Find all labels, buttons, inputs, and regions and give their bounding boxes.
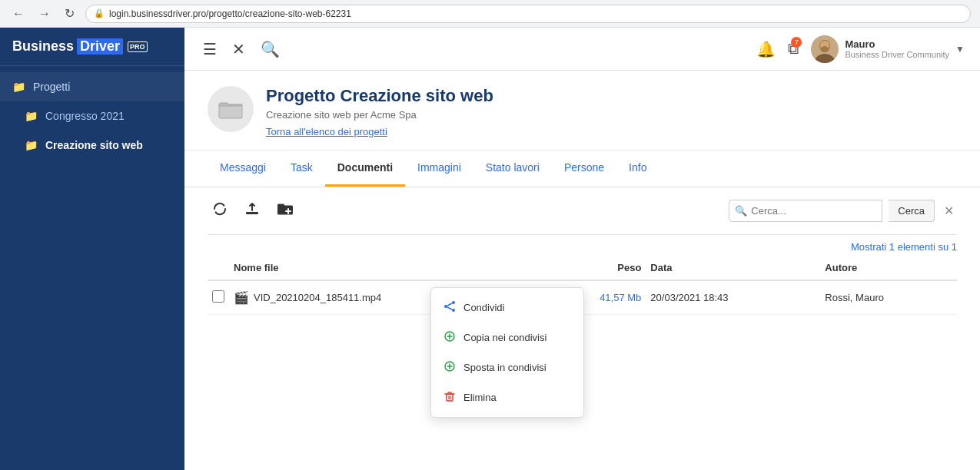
- window-icon[interactable]: ⧉ 7: [788, 40, 799, 58]
- svg-point-11: [444, 305, 447, 308]
- svg-rect-5: [219, 104, 242, 118]
- search-area: 🔍 Cerca ✕: [729, 200, 957, 222]
- project-title: Progetto Creazione sito web: [266, 86, 493, 106]
- sidebar: Business Driver PRO 📁 Progetti 📁 Congres…: [0, 28, 184, 470]
- back-button[interactable]: ←: [9, 5, 28, 22]
- lock-icon: 🔒: [94, 8, 105, 18]
- context-elimina-label: Elimina: [463, 392, 497, 403]
- project-icon: [208, 86, 254, 132]
- address-bar: 🔒 login.businessdriver.pro/progetto/crea…: [85, 5, 971, 23]
- sidebar-nav: 📁 Progetti 📁 Congresso 2021 📁 Creazione …: [0, 66, 184, 160]
- new-folder-button[interactable]: [272, 198, 298, 223]
- forward-button[interactable]: →: [35, 5, 54, 22]
- user-community: Business Driver Community: [845, 50, 949, 59]
- svg-rect-6: [246, 212, 258, 214]
- file-name[interactable]: VID_20210204_185411.mp4: [254, 292, 381, 303]
- tabs-bar: Messaggi Task Documenti Immagini Stato l…: [184, 151, 980, 187]
- file-list-area: Mostrati 1 elementi su 1 Nome file Peso …: [184, 235, 980, 470]
- tab-info[interactable]: Info: [616, 151, 659, 187]
- url-text: login.businessdriver.pro/progetto/creazi…: [109, 8, 351, 19]
- col-nome-header: Nome file: [229, 256, 544, 280]
- project-header: Progetto Creazione sito web Creazione si…: [184, 71, 980, 151]
- svg-line-13: [447, 307, 452, 309]
- sidebar-item-creazione-sito[interactable]: 📁 Creazione sito web: [0, 131, 184, 160]
- tab-immagini[interactable]: Immagini: [405, 151, 473, 187]
- move-icon: [443, 360, 456, 375]
- context-menu-sposta[interactable]: Sposta in condivisi: [431, 352, 583, 382]
- tab-documenti[interactable]: Documenti: [325, 151, 405, 187]
- col-data-header: Data: [646, 256, 820, 280]
- search-icon-inner: 🔍: [735, 205, 747, 217]
- project-info: Progetto Creazione sito web Creazione si…: [266, 86, 493, 137]
- logo-business: Business: [12, 38, 74, 55]
- folder-icon-congresso: 📁: [25, 110, 38, 122]
- context-copia-label: Copia nei condivisi: [463, 332, 546, 343]
- col-autore-header: Autore: [820, 256, 957, 280]
- app-shell: Business Driver PRO 📁 Progetti 📁 Congres…: [0, 28, 980, 470]
- share-icon: [443, 300, 456, 315]
- chevron-down-icon: ▼: [955, 44, 965, 55]
- context-sposta-label: Sposta in condivisi: [463, 362, 546, 373]
- browser-bar: ← → ↻ 🔒 login.businessdriver.pro/progett…: [0, 0, 980, 28]
- sidebar-item-creazione-label: Creazione sito web: [45, 139, 143, 151]
- project-subtitle: Creazione sito web per Acme Spa: [266, 109, 493, 121]
- user-info[interactable]: Mauro Business Driver Community ▼: [811, 35, 965, 63]
- folder-icon-creazione: 📁: [25, 139, 38, 151]
- reload-button[interactable]: ↻: [61, 5, 78, 22]
- avatar: [811, 35, 839, 63]
- clear-search-button[interactable]: ✕: [941, 204, 957, 218]
- user-text: Mauro Business Driver Community: [845, 38, 949, 59]
- file-type-icon: 🎬: [234, 290, 249, 305]
- navbar-left: ☰ ✕ 🔍: [200, 37, 283, 61]
- sidebar-item-progetti[interactable]: 📁 Progetti: [0, 72, 184, 101]
- upload-button[interactable]: [240, 198, 264, 223]
- elements-count: Mostrati 1 elementi su 1: [208, 235, 957, 256]
- logo-driver: Driver: [77, 38, 123, 55]
- user-name: Mauro: [845, 38, 949, 50]
- search-input[interactable]: [729, 200, 882, 222]
- context-menu-elimina[interactable]: Elimina: [431, 382, 583, 412]
- doc-toolbar: 🔍 Cerca ✕: [184, 187, 980, 234]
- logo: Business Driver PRO: [0, 28, 184, 66]
- tab-messaggi[interactable]: Messaggi: [208, 151, 278, 187]
- bell-icon[interactable]: 🔔: [756, 40, 776, 58]
- window-badge: 7: [791, 37, 802, 48]
- search-cerca-button[interactable]: Cerca: [889, 200, 935, 222]
- logo-pro: PRO: [128, 41, 148, 52]
- svg-point-4: [821, 46, 829, 52]
- back-link[interactable]: Torna all'elenco dei progetti: [266, 126, 387, 137]
- tab-stato-lavori[interactable]: Stato lavori: [473, 151, 552, 187]
- search-button[interactable]: 🔍: [257, 37, 283, 61]
- svg-point-10: [452, 309, 455, 312]
- file-checkbox[interactable]: [212, 290, 224, 303]
- svg-rect-20: [447, 394, 453, 401]
- sidebar-item-congresso-label: Congresso 2021: [45, 110, 125, 122]
- context-menu-condividi[interactable]: Condividi: [431, 293, 583, 323]
- main-content: ☰ ✕ 🔍 🔔 ⧉ 7: [184, 28, 980, 470]
- context-condividi-label: Condividi: [463, 302, 504, 313]
- file-data-cell: 20/03/2021 18:43: [646, 280, 820, 315]
- hamburger-button[interactable]: ☰: [200, 37, 220, 61]
- folder-icon: 📁: [12, 81, 25, 93]
- context-menu-copia[interactable]: Copia nei condivisi: [431, 323, 583, 352]
- col-peso-header: Peso: [544, 256, 646, 280]
- tab-task[interactable]: Task: [278, 151, 325, 187]
- context-menu: Condividi Copia nei condivisi: [430, 287, 584, 418]
- search-input-wrapper: 🔍: [729, 200, 882, 222]
- copy-icon: [443, 330, 456, 345]
- close-button[interactable]: ✕: [229, 37, 248, 61]
- file-autore-cell: Rossi, Mauro: [820, 280, 957, 315]
- refresh-button[interactable]: [208, 198, 232, 223]
- sidebar-item-progetti-label: Progetti: [33, 81, 70, 93]
- sidebar-item-congresso2021[interactable]: 📁 Congresso 2021: [0, 101, 184, 131]
- svg-line-12: [447, 303, 452, 306]
- top-navbar: ☰ ✕ 🔍 🔔 ⧉ 7: [184, 28, 980, 71]
- navbar-right: 🔔 ⧉ 7: [756, 35, 965, 63]
- svg-point-9: [452, 301, 455, 304]
- file-checkbox-cell[interactable]: [208, 280, 229, 315]
- col-checkbox: [208, 256, 229, 280]
- delete-icon: [443, 390, 456, 405]
- tab-persone[interactable]: Persone: [552, 151, 616, 187]
